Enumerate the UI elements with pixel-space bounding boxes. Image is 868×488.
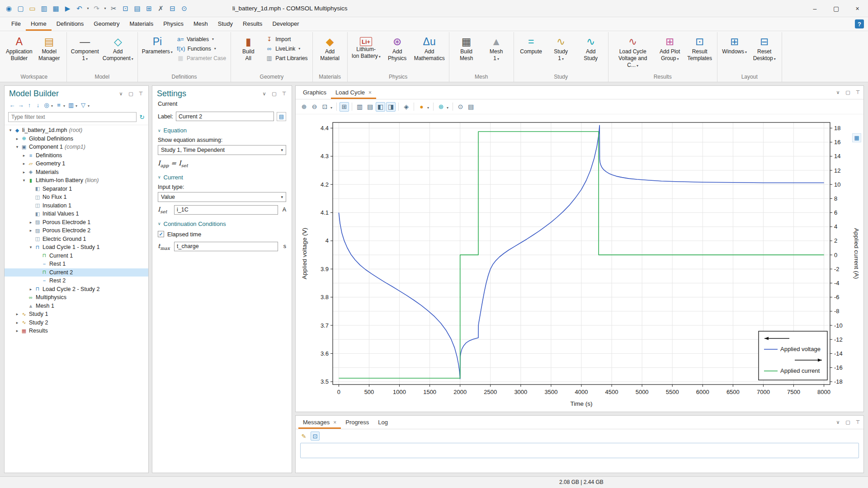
lock-axes-icon[interactable]: ◈ (401, 102, 411, 112)
ribbon-button-parameters[interactable]: PiParameters▾ (141, 33, 174, 56)
continuation-section-header[interactable]: ∨ Continuation Conditions (158, 218, 286, 230)
tab-graphics[interactable]: Graphics (298, 86, 331, 99)
delete-icon[interactable]: ✗ (156, 3, 166, 14)
zoom-in-icon[interactable]: ⊕ (299, 102, 309, 112)
expand-arrow-icon[interactable]: ▸ (14, 136, 20, 141)
ribbon-button-reset-desktop[interactable]: ⊟Reset Desktop▾ (750, 33, 779, 63)
annotation-icon[interactable]: ✎ (299, 432, 308, 441)
ribbon-button-build-mesh[interactable]: ▦Build Mesh (452, 33, 481, 63)
menu-study[interactable]: Study (213, 17, 238, 31)
plot-thumbnail-icon[interactable]: ▦ (852, 133, 861, 142)
elapsed-time-checkbox[interactable]: ✓ (158, 231, 164, 237)
undo-icon[interactable]: ↶ (74, 3, 85, 14)
expand-arrow-icon[interactable]: ▸ (14, 328, 20, 333)
filter-icon[interactable]: ▽ (79, 101, 87, 109)
undock-panel-icon[interactable]: ▢ (845, 419, 851, 425)
menu-home[interactable]: Home (26, 17, 52, 31)
ribbon-button-livelink[interactable]: ∞LiveLink▾ (264, 45, 309, 52)
menu-file[interactable]: File (6, 17, 26, 31)
new-file-icon[interactable]: ▢ (15, 3, 26, 14)
cut-icon[interactable]: ✂ (108, 3, 119, 14)
save-icon[interactable]: ▥ (39, 3, 49, 14)
tree-item-component-1[interactable]: ▾▣Component 1(comp1) (5, 143, 148, 151)
redo-icon-caret[interactable]: ▾ (103, 3, 107, 14)
show-options-icon-caret[interactable]: ▾ (51, 104, 53, 108)
expand-arrow-icon[interactable]: ▸ (21, 170, 27, 174)
expand-arrow-icon[interactable]: ▸ (14, 320, 20, 325)
plot-window-icon[interactable]: ⊞ (340, 102, 349, 112)
ribbon-button-add-physics[interactable]: ⊛Add Physics (383, 33, 412, 63)
ribbon-button-application-builder[interactable]: AApplication Builder (5, 33, 34, 63)
ribbon-button-study-1[interactable]: ∿Study 1▾ (547, 33, 576, 63)
ribbon-button-variables[interactable]: a=Variables▾ (175, 35, 228, 43)
tree-item-study-2[interactable]: ▸∿Study 2 (5, 319, 148, 327)
tree-item-li-battery-1d-mph[interactable]: ▾◆li_battery_1d.mph(root) (5, 126, 148, 135)
pin-panel-icon[interactable]: ⊤ (138, 91, 144, 97)
transparency-icon[interactable]: ● (417, 102, 426, 112)
plot-settings-icon-caret[interactable]: ▾ (447, 106, 448, 110)
collapse-arrow-icon[interactable]: ▾ (28, 245, 34, 249)
close-button[interactable]: × (847, 0, 868, 17)
collapse-arrow-icon[interactable]: ▾ (7, 128, 14, 132)
panel-menu-icon[interactable]: ∨ (118, 91, 124, 97)
tree-item-materials[interactable]: ▸◈Materials (5, 168, 148, 177)
ribbon-button-result-templates[interactable]: ⊡Result Templates (685, 33, 714, 63)
expand-arrow-icon[interactable]: ▸ (28, 287, 34, 291)
zoom-extents-icon[interactable]: ⊡ (320, 102, 330, 112)
tree-item-porous-electrode-1[interactable]: ▸▨Porous Electrode 1 (5, 218, 148, 227)
transparency-icon-caret[interactable]: ▾ (427, 106, 429, 110)
zoom-extents-icon-caret[interactable]: ▾ (330, 106, 332, 110)
redo-icon[interactable]: ↷ (91, 3, 102, 14)
columns-icon-caret[interactable]: ▾ (75, 104, 77, 108)
columns-icon[interactable]: ▥ (67, 101, 75, 109)
open-file-icon[interactable]: ▭ (27, 3, 38, 14)
comsol-logo-icon[interactable]: ◉ (4, 3, 14, 14)
ribbon-button-part-libraries[interactable]: ▥Part Libraries (264, 54, 309, 62)
copy-icon[interactable]: ⊡ (120, 3, 131, 14)
tab-progress[interactable]: Progress (341, 416, 373, 429)
menu-results[interactable]: Results (238, 17, 267, 31)
ribbon-button-load-cycle-voltage-and-c[interactable]: ∿Load Cycle Voltage and C...▾ (611, 33, 655, 70)
undock-panel-icon[interactable]: ▢ (845, 89, 851, 95)
filter-input[interactable] (8, 112, 137, 122)
tree-item-rest-2[interactable]: −Rest 2 (5, 277, 148, 285)
ribbon-button-lithium-ion-battery[interactable]: Li+Lithium- Ion Battery▾ (350, 33, 382, 61)
collapse-arrow-icon[interactable]: ▾ (14, 145, 20, 149)
model-tree-nodes-icon-caret[interactable]: ▾ (63, 104, 65, 108)
graphics-canvas[interactable]: 0500100015002000250030003500400045005000… (296, 114, 863, 412)
close-tab-icon[interactable]: × (333, 419, 336, 426)
axis-data-icon[interactable]: ▥ (355, 102, 364, 112)
tab-messages[interactable]: Messages × (298, 416, 341, 429)
first-plot-group-icon[interactable]: ◧ (376, 102, 385, 112)
panel-menu-icon[interactable]: ∨ (835, 419, 841, 425)
back-icon[interactable]: ← (8, 101, 16, 109)
expand-arrow-icon[interactable]: ▸ (28, 220, 34, 225)
load-cycle-chart[interactable]: 0500100015002000250030003500400045005000… (297, 115, 863, 410)
undo-icon-caret[interactable]: ▾ (86, 3, 90, 14)
ribbon-button-functions[interactable]: f(x)Functions▾ (175, 45, 228, 52)
model-tree-nodes-icon[interactable]: ≡ (55, 101, 63, 109)
iset-input[interactable] (174, 205, 278, 215)
search-icon[interactable]: ⊙ (179, 3, 189, 14)
ribbon-button-build-all[interactable]: ▮Build All (234, 33, 263, 63)
help-icon[interactable]: ? (855, 19, 864, 28)
paste-icon[interactable]: ▤ (132, 3, 142, 14)
messages-text-area[interactable] (300, 443, 859, 458)
ribbon-button-model-manager[interactable]: ▤Model Manager (35, 33, 64, 63)
tree-item-porous-electrode-2[interactable]: ▸▨Porous Electrode 2 (5, 226, 148, 235)
expand-arrow-icon[interactable]: ▸ (21, 161, 27, 166)
save-as-icon[interactable]: ▦ (51, 3, 61, 14)
run-icon[interactable]: ▶ (62, 3, 73, 14)
menu-definitions[interactable]: Definitions (52, 17, 89, 31)
study-select[interactable]: Study 1, Time Dependent ▾ (158, 145, 286, 155)
menu-developer[interactable]: Developer (267, 17, 304, 31)
plot-settings-icon[interactable]: ⊛ (436, 102, 446, 112)
move-down-icon[interactable]: ↓ (34, 101, 42, 109)
tree-item-insulation-1[interactable]: ◫Insulation 1 (5, 202, 148, 210)
tree-item-load-cycle-2-study-2[interactable]: ▸⊓Load Cycle 2 - Study 2 (5, 285, 148, 294)
undock-panel-icon[interactable]: ▢ (271, 91, 277, 97)
ribbon-button-add-plot-group[interactable]: ⊞Add Plot Group▾ (656, 33, 684, 63)
tree-item-geometry-1[interactable]: ▸▱Geometry 1 (5, 160, 148, 168)
tab-load-cycle[interactable]: Load Cycle × (331, 86, 376, 99)
print-icon[interactable]: ▤ (466, 102, 476, 112)
